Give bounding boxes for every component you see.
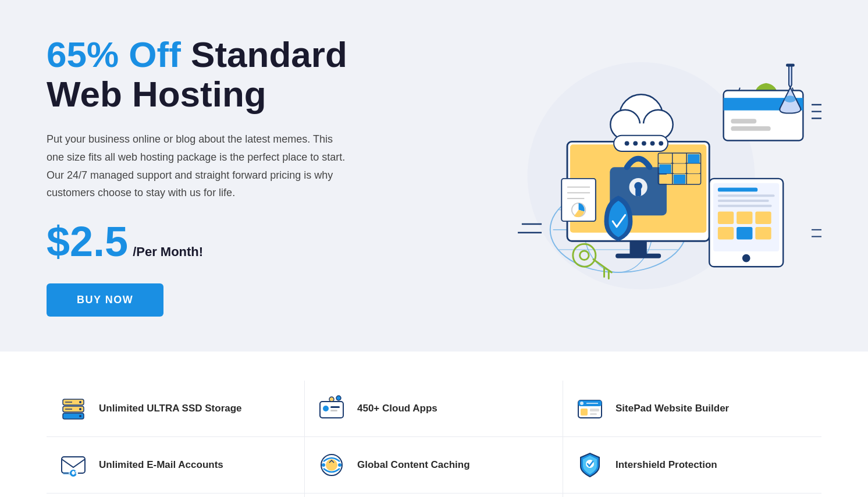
svg-rect-27 (688, 175, 700, 184)
features-grid: Unlimited ULTRA SSD Storage 450+ Cloud A… (47, 381, 821, 497)
svg-point-33 (625, 141, 629, 145)
svg-rect-94 (590, 413, 597, 415)
svg-point-81 (79, 415, 81, 417)
svg-rect-9 (616, 254, 661, 258)
sitepad-icon (575, 393, 605, 424)
hero-content: 65% Off StandardWeb Hosting Put your bus… (47, 35, 349, 317)
hero-price: $2.5 /Per Month! (47, 221, 349, 262)
svg-rect-13 (635, 188, 641, 196)
svg-rect-8 (629, 241, 646, 255)
svg-rect-22 (659, 164, 671, 173)
svg-point-88 (329, 397, 334, 402)
feature-label-sitepad: SitePad Website Builder (616, 403, 729, 414)
svg-point-37 (659, 141, 663, 145)
price-period: /Per Month! (133, 244, 203, 260)
svg-rect-92 (581, 409, 588, 416)
svg-point-104 (322, 463, 325, 467)
svg-rect-25 (659, 175, 671, 184)
price-value: $2.5 (47, 221, 128, 262)
svg-rect-23 (674, 164, 686, 173)
svg-rect-49 (718, 211, 734, 223)
svg-rect-19 (659, 154, 671, 164)
feature-item-migration: Free Website Migration (305, 494, 563, 497)
svg-rect-74 (786, 63, 795, 66)
features-section: Unlimited ULTRA SSD Storage 450+ Cloud A… (0, 352, 868, 497)
feature-item-moneyback: 30 Days Money Back Guarantee (47, 494, 305, 497)
svg-point-85 (323, 406, 329, 411)
svg-point-80 (79, 408, 81, 410)
feature-item-cloud-apps: 450+ Cloud Apps (305, 381, 563, 437)
hero-title: 65% Off StandardWeb Hosting (47, 35, 349, 114)
svg-point-75 (784, 95, 796, 102)
feature-label-intershield: Intershield Protection (616, 459, 717, 471)
svg-point-35 (642, 141, 646, 145)
svg-point-55 (742, 254, 750, 262)
cloud-apps-icon (316, 393, 347, 424)
feature-label-ssd-storage: Unlimited ULTRA SSD Storage (99, 403, 242, 414)
feature-item-email: Unlimited E-Mail Accounts (47, 437, 305, 494)
hero-section: 65% Off StandardWeb Hosting Put your bus… (0, 0, 868, 352)
buy-now-button[interactable]: BUY NOW (47, 283, 163, 317)
svg-rect-26 (674, 175, 686, 184)
feature-label-cloud-apps: 450+ Cloud Apps (357, 403, 437, 414)
email-icon (58, 450, 88, 480)
svg-rect-53 (737, 227, 752, 239)
svg-point-105 (338, 463, 341, 467)
svg-rect-65 (731, 119, 756, 123)
svg-rect-46 (718, 194, 775, 197)
svg-point-79 (79, 401, 81, 403)
feature-item-ssd-storage: Unlimited ULTRA SSD Storage (47, 381, 305, 437)
svg-rect-31 (617, 123, 665, 136)
svg-rect-66 (731, 126, 770, 131)
feature-item-sitepad: SitePad Website Builder (563, 381, 821, 437)
svg-rect-45 (718, 187, 757, 191)
svg-rect-50 (737, 211, 752, 223)
svg-rect-52 (718, 227, 734, 239)
feature-item-ssl: SSL Free SSL Certificates (563, 494, 821, 497)
shield-protection-icon (575, 450, 605, 480)
svg-rect-51 (755, 211, 771, 223)
database-icon (58, 393, 88, 424)
hero-description: Put your business online or blog about t… (47, 130, 349, 201)
feature-item-intershield: Intershield Protection (563, 437, 821, 494)
svg-point-36 (650, 141, 655, 145)
hero-title-highlight: 65% Off (47, 34, 181, 74)
svg-point-34 (633, 141, 638, 145)
svg-point-89 (336, 396, 341, 400)
svg-rect-93 (590, 409, 599, 411)
feature-label-email: Unlimited E-Mail Accounts (99, 459, 223, 471)
svg-rect-87 (330, 410, 337, 411)
svg-rect-54 (755, 227, 771, 239)
svg-rect-20 (674, 154, 686, 164)
feature-label-caching: Global Content Caching (357, 459, 470, 471)
svg-rect-21 (688, 154, 700, 164)
svg-rect-86 (330, 406, 340, 408)
hero-illustration (461, 54, 821, 298)
svg-rect-24 (688, 164, 700, 173)
svg-point-95 (580, 402, 584, 405)
feature-item-caching: Global Content Caching (305, 437, 563, 494)
svg-rect-47 (718, 200, 769, 202)
caching-icon (316, 450, 347, 480)
svg-rect-48 (718, 205, 772, 207)
svg-rect-101 (63, 472, 71, 475)
